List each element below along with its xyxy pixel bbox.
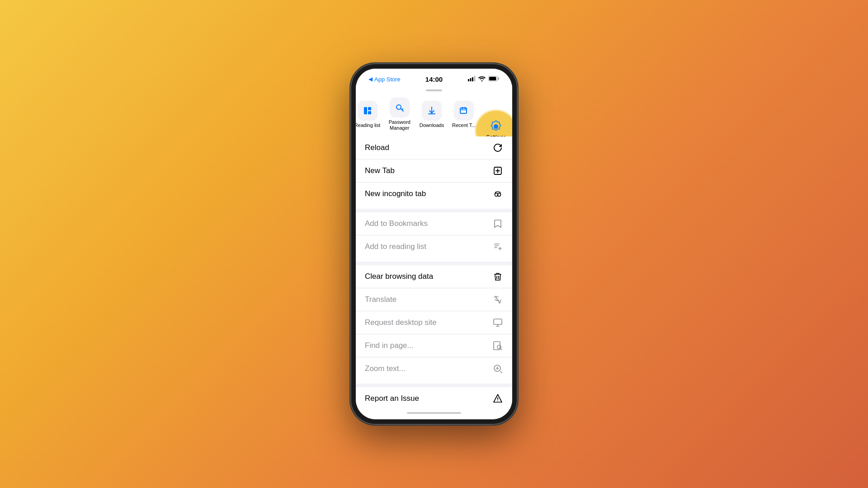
divider-1 xyxy=(356,209,512,212)
menu-section-support: Report an Issue Help xyxy=(356,387,512,408)
menu-item-report-issue[interactable]: Report an Issue xyxy=(356,387,512,408)
recent-tabs-icon-circle xyxy=(454,101,474,121)
top-icons-row: Reading list Password Manager xyxy=(356,94,512,136)
incognito-icon xyxy=(492,188,503,199)
bookmark-icon xyxy=(492,218,503,229)
svg-rect-0 xyxy=(468,79,469,81)
menu-item-clear-browsing[interactable]: Clear browsing data xyxy=(356,265,512,288)
password-manager-label: Password Manager xyxy=(383,119,415,131)
menu-item-add-reading-list[interactable]: Add to reading list xyxy=(356,235,512,258)
reading-list-add-icon xyxy=(492,241,503,252)
new-tab-icon xyxy=(492,165,503,176)
zoom-text-label: Zoom text... xyxy=(365,364,406,373)
find-icon xyxy=(492,340,503,351)
top-icon-password-manager[interactable]: Password Manager xyxy=(383,98,415,131)
menu-item-zoom-text[interactable]: Zoom text... xyxy=(356,357,512,380)
reading-list-icon-circle xyxy=(358,101,377,121)
home-indicator xyxy=(356,408,512,419)
download-icon xyxy=(427,106,437,116)
svg-rect-2 xyxy=(472,77,473,81)
svg-rect-1 xyxy=(470,78,472,81)
status-bar-left: ◀ App Store xyxy=(368,76,401,83)
add-bookmarks-label: Add to Bookmarks xyxy=(365,219,428,228)
svg-rect-7 xyxy=(364,107,367,114)
zoom-icon xyxy=(492,363,503,374)
new-tab-label: New Tab xyxy=(365,166,395,175)
desktop-site-label: Request desktop site xyxy=(365,318,437,327)
menu-section-bookmarks: Add to Bookmarks Add to reading list xyxy=(356,212,512,258)
password-icon-circle xyxy=(390,98,410,117)
reading-list-label: Reading list xyxy=(356,122,380,128)
downloads-icon-circle xyxy=(422,101,442,121)
wifi-icon xyxy=(478,75,486,83)
report-issue-label: Report an Issue xyxy=(365,394,419,403)
divider-2 xyxy=(356,262,512,265)
translate-icon xyxy=(492,294,503,305)
svg-rect-9 xyxy=(368,111,371,114)
settings-highlight[interactable]: Settings xyxy=(476,111,512,136)
signal-icon xyxy=(468,75,476,83)
menu-item-find-in-page[interactable]: Find in page... xyxy=(356,334,512,357)
incognito-label: New incognito tab xyxy=(365,189,426,198)
phone-wrapper: ◀ App Store 14:00 xyxy=(350,63,518,425)
reload-icon xyxy=(492,142,503,153)
settings-label: Settings xyxy=(486,134,505,136)
sheet-handle-area xyxy=(356,86,512,94)
reading-list-icon xyxy=(363,106,373,116)
sheet-handle xyxy=(426,89,442,91)
find-in-page-label: Find in page... xyxy=(365,341,414,350)
top-icon-downloads[interactable]: Downloads xyxy=(415,101,448,128)
status-bar-right xyxy=(468,75,500,83)
menu-item-new-tab[interactable]: New Tab xyxy=(356,160,512,183)
recent-tabs-icon xyxy=(459,106,469,116)
top-icon-recent-tabs[interactable]: Recent T... xyxy=(448,101,480,128)
add-reading-list-label: Add to reading list xyxy=(365,242,426,251)
trash-icon xyxy=(492,271,503,282)
menu-item-desktop-site[interactable]: Request desktop site xyxy=(356,311,512,334)
status-bar-time: 14:00 xyxy=(425,75,443,83)
back-arrow-icon: ◀ xyxy=(368,76,373,82)
svg-rect-13 xyxy=(464,107,466,109)
warning-icon xyxy=(492,393,503,404)
settings-gear-icon xyxy=(490,120,502,133)
menu-item-add-bookmarks[interactable]: Add to Bookmarks xyxy=(356,212,512,235)
reload-label: Reload xyxy=(365,143,389,152)
top-icon-reading-list[interactable]: Reading list xyxy=(356,101,383,128)
back-label[interactable]: App Store xyxy=(374,76,401,83)
svg-rect-5 xyxy=(498,78,500,80)
key-icon xyxy=(395,103,405,113)
svg-point-21 xyxy=(497,401,498,402)
menu-item-reload[interactable]: Reload xyxy=(356,136,512,160)
menu-section-navigation: Reload New Tab xyxy=(356,136,512,205)
svg-rect-8 xyxy=(368,107,371,110)
menu-section-tools: Clear browsing data Translate xyxy=(356,265,512,380)
svg-rect-6 xyxy=(489,77,496,80)
home-bar xyxy=(407,412,461,414)
menu-item-incognito[interactable]: New incognito tab xyxy=(356,183,512,205)
recent-tabs-label: Recent T... xyxy=(452,122,476,128)
menu-item-translate[interactable]: Translate xyxy=(356,288,512,311)
svg-rect-12 xyxy=(462,107,463,109)
svg-rect-3 xyxy=(474,76,476,81)
svg-rect-17 xyxy=(494,319,502,324)
battery-icon xyxy=(488,75,500,83)
desktop-icon xyxy=(492,317,503,328)
downloads-label: Downloads xyxy=(420,122,444,128)
phone-screen: ◀ App Store 14:00 xyxy=(356,69,512,419)
clear-browsing-label: Clear browsing data xyxy=(365,272,433,281)
menu-content: Reload New Tab xyxy=(356,136,512,408)
divider-3 xyxy=(356,384,512,387)
translate-label: Translate xyxy=(365,295,396,304)
status-bar: ◀ App Store 14:00 xyxy=(356,69,512,86)
